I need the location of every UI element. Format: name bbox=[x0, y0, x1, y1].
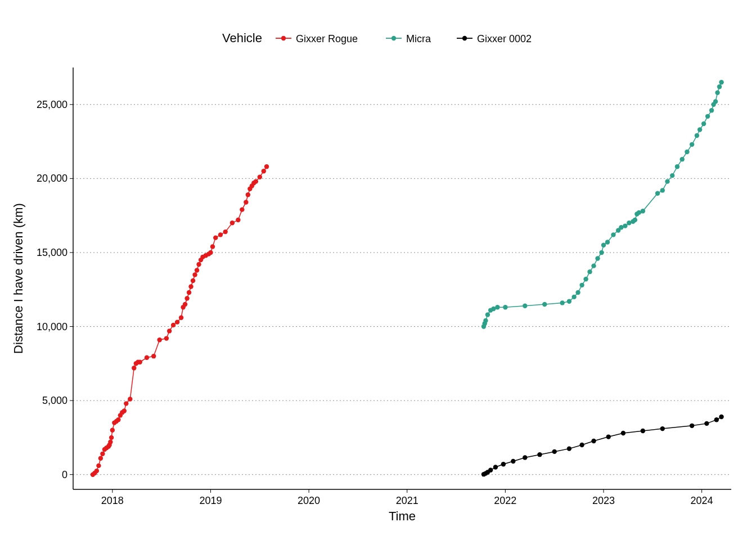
data-point bbox=[208, 250, 213, 255]
data-point bbox=[583, 277, 588, 281]
data-point bbox=[715, 91, 719, 95]
data-point bbox=[599, 250, 604, 255]
data-point bbox=[698, 127, 702, 132]
series-line bbox=[484, 417, 722, 474]
data-point bbox=[591, 439, 596, 443]
data-point bbox=[579, 283, 584, 287]
data-point bbox=[210, 244, 215, 249]
data-point bbox=[670, 173, 674, 178]
data-point bbox=[196, 262, 201, 267]
series-line bbox=[93, 166, 267, 474]
legend-label: Gixxer Rogue bbox=[296, 33, 358, 44]
data-point bbox=[244, 200, 248, 204]
data-point bbox=[187, 290, 191, 295]
data-point bbox=[601, 243, 606, 248]
data-point bbox=[495, 305, 500, 309]
data-point bbox=[503, 305, 507, 309]
data-point bbox=[94, 469, 99, 473]
x-axis-title: Time bbox=[389, 509, 416, 523]
data-point bbox=[660, 426, 665, 431]
data-point bbox=[109, 435, 114, 440]
data-point bbox=[685, 150, 689, 154]
data-point bbox=[262, 169, 266, 173]
data-point bbox=[719, 415, 723, 419]
data-point bbox=[124, 401, 128, 406]
data-point bbox=[230, 220, 235, 225]
data-point bbox=[179, 316, 183, 320]
data-point bbox=[611, 232, 615, 237]
data-point bbox=[623, 223, 627, 228]
data-point bbox=[171, 323, 176, 327]
data-point bbox=[605, 240, 610, 244]
data-point bbox=[254, 179, 258, 183]
y-tick-label: 10,000 bbox=[37, 321, 68, 332]
x-tick-label: 2024 bbox=[691, 495, 713, 506]
data-point bbox=[655, 191, 660, 195]
data-point bbox=[167, 328, 172, 333]
data-point bbox=[246, 192, 250, 197]
data-point bbox=[579, 443, 584, 447]
data-point bbox=[660, 188, 665, 192]
data-point bbox=[485, 312, 490, 317]
data-point bbox=[595, 256, 600, 260]
data-point bbox=[575, 290, 580, 295]
data-point bbox=[705, 114, 710, 119]
series-line bbox=[484, 82, 722, 326]
data-point bbox=[690, 142, 694, 147]
data-point bbox=[621, 431, 626, 435]
data-point bbox=[157, 338, 161, 342]
data-point bbox=[240, 207, 244, 212]
data-point bbox=[223, 230, 227, 234]
data-point bbox=[195, 268, 199, 272]
data-point bbox=[191, 278, 195, 283]
data-point bbox=[128, 397, 132, 401]
data-point bbox=[493, 465, 498, 469]
data-point bbox=[537, 452, 542, 457]
x-tick-label: 2019 bbox=[199, 495, 222, 506]
x-tick-label: 2023 bbox=[592, 495, 615, 506]
data-point bbox=[175, 320, 179, 324]
data-point bbox=[258, 175, 262, 179]
data-point bbox=[542, 302, 547, 307]
data-point bbox=[192, 272, 197, 277]
legend-swatch-point bbox=[392, 36, 396, 40]
legend-label: Gixxer 0002 bbox=[477, 33, 532, 44]
data-point bbox=[690, 424, 694, 428]
y-tick-label: 15,000 bbox=[37, 247, 68, 258]
x-tick-label: 2022 bbox=[494, 495, 516, 506]
data-point bbox=[665, 179, 669, 183]
data-point bbox=[218, 232, 223, 237]
x-tick-label: 2021 bbox=[396, 495, 418, 506]
data-point bbox=[523, 455, 527, 460]
x-tick-label: 2018 bbox=[101, 495, 124, 506]
legend-title: Vehicle bbox=[222, 31, 262, 45]
data-point bbox=[680, 157, 684, 161]
data-point bbox=[151, 354, 156, 358]
data-point bbox=[138, 359, 142, 364]
data-point bbox=[641, 209, 645, 213]
data-point bbox=[511, 459, 515, 464]
data-point bbox=[188, 284, 193, 289]
y-tick-label: 25,000 bbox=[37, 99, 68, 110]
data-point bbox=[695, 133, 699, 138]
data-point bbox=[184, 296, 189, 300]
y-tick-label: 20,000 bbox=[37, 173, 68, 184]
data-point bbox=[100, 452, 105, 456]
data-point bbox=[709, 108, 714, 112]
data-point bbox=[264, 164, 269, 169]
data-point bbox=[675, 164, 680, 169]
data-point bbox=[501, 462, 506, 466]
data-point bbox=[713, 99, 718, 104]
data-point bbox=[116, 417, 120, 422]
legend-swatch-point bbox=[281, 36, 286, 40]
data-point bbox=[701, 122, 706, 126]
data-point bbox=[122, 408, 127, 413]
y-tick-label: 0 bbox=[62, 469, 68, 480]
data-point bbox=[145, 356, 149, 360]
data-point bbox=[108, 440, 112, 444]
data-point bbox=[567, 446, 572, 451]
data-point bbox=[183, 302, 187, 307]
data-point bbox=[560, 300, 564, 305]
data-point bbox=[641, 429, 645, 433]
data-point bbox=[606, 434, 611, 439]
